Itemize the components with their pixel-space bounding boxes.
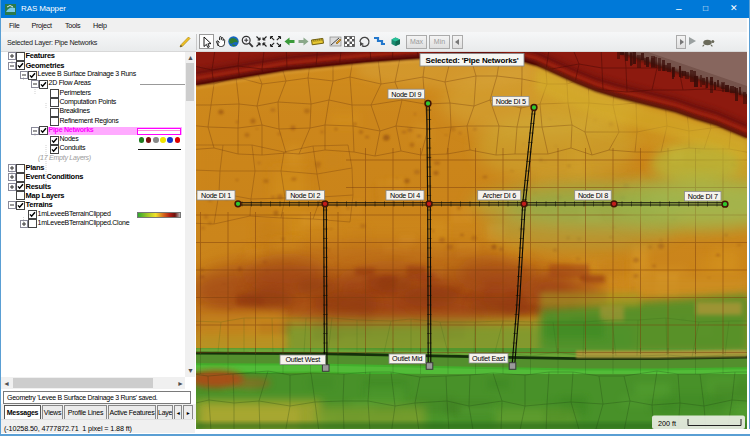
svg-text:Outlet West: Outlet West: [285, 355, 320, 364]
svg-text:Node DI 4: Node DI 4: [390, 191, 420, 200]
svg-text:Outlet Mid: Outlet Mid: [392, 354, 423, 363]
svg-text:Selected: 'Pipe Networks': Selected: 'Pipe Networks': [426, 56, 519, 65]
svg-text:Node DI 9: Node DI 9: [391, 90, 421, 99]
svg-text:Node DI 2: Node DI 2: [290, 191, 320, 200]
svg-text:Outlet East: Outlet East: [472, 354, 505, 363]
svg-text:Node DI 5: Node DI 5: [496, 97, 526, 106]
svg-text:200 ft: 200 ft: [658, 419, 676, 428]
svg-text:Node DI 1: Node DI 1: [201, 191, 231, 200]
svg-text:Archer DI 6: Archer DI 6: [482, 191, 516, 200]
svg-text:Node DI 8: Node DI 8: [578, 191, 608, 200]
svg-text:Node DI 7: Node DI 7: [688, 192, 718, 201]
